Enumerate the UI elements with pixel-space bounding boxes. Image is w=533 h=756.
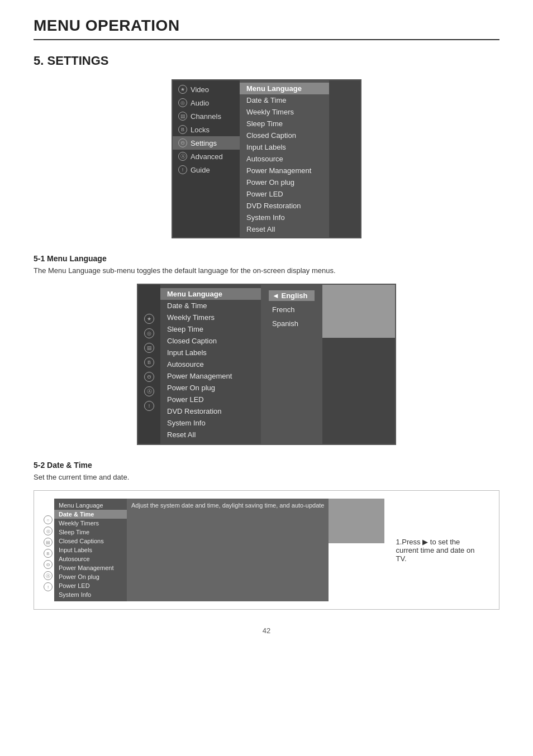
lang-menu-mid-item: Input Labels (160, 347, 261, 358)
tv-menu-right: Menu LanguageDate & TimeWeekly TimersSle… (240, 80, 329, 237)
lang-menu-icon: ! (144, 401, 154, 411)
date-time-menu-item: Power LED (54, 581, 127, 590)
date-time-menu-item: Power On plug (54, 572, 127, 581)
main-menu-left-item: ★Video (173, 83, 240, 96)
date-time-icons: ○◎▤BΘⒶ! (42, 499, 54, 601)
menu-label: Guide (191, 166, 210, 174)
lang-menu-icon: B (144, 357, 154, 367)
menu-label: Settings (191, 139, 217, 147)
main-menu-right-item: Closed Caption (240, 130, 329, 141)
tv-menu-lang-mid: Menu LanguageDate & TimeWeekly TimersSle… (160, 285, 261, 444)
main-menu-left-item: ΘSettings (173, 136, 240, 150)
lang-option: French (269, 304, 315, 315)
lang-menu-screenshot: ★◎▤BΘⒶ! Menu LanguageDate & TimeWeekly T… (34, 284, 499, 445)
main-menu-right-item: Weekly Timers (240, 106, 329, 118)
main-menu-right-item: Menu Language (240, 83, 329, 94)
menu-icon: ◎ (178, 98, 187, 107)
menu-icon: B (178, 125, 187, 134)
date-time-menu-item: Closed Captions (54, 537, 127, 546)
subsection-52-heading: 5-2 Date & Time (34, 461, 499, 470)
main-menu-right-item: DVD Restoration (240, 200, 329, 212)
subsection-52: 5-2 Date & Time Set the current time and… (34, 461, 499, 481)
tv-menu-lang-icons: ★◎▤BΘⒶ! (138, 285, 160, 444)
subsection-51-heading: 5-1 Menu Language (34, 254, 499, 263)
main-menu-screenshot: ★Video◎Audio▤ChannelsBLocksΘSettingsⒶAdv… (34, 79, 499, 238)
date-time-menu-item: Weekly Timers (54, 519, 127, 528)
tv-menu-main: ★Video◎Audio▤ChannelsBLocksΘSettingsⒶAdv… (172, 79, 361, 238)
date-time-icon: ◎ (44, 527, 53, 535)
date-time-icon: B (44, 549, 53, 558)
lang-menu-mid-item: Sleep Time (160, 323, 261, 335)
lang-menu-mid-item: System Info (160, 417, 261, 429)
date-time-menu-item: System Info (54, 590, 127, 599)
page-number: 42 (34, 626, 499, 635)
date-time-menu-mid: Adjust the system date and time, dayligh… (127, 499, 329, 601)
menu-label: Advanced (191, 152, 223, 161)
main-menu-left-item: !Guide (173, 163, 240, 176)
menu-icon: ▤ (178, 112, 187, 121)
date-time-menu-item: Sleep Time (54, 528, 127, 537)
main-menu-right-item: Autosource (240, 153, 329, 165)
main-menu-right-item: Date & Time (240, 94, 329, 106)
lang-option: Spanish (269, 318, 315, 329)
menu-icon: Ⓐ (178, 152, 187, 161)
main-menu-right-item: Power On plug (240, 176, 329, 188)
subsection-52-desc: Set the current time and date. (34, 473, 499, 481)
menu-icon: ★ (178, 85, 187, 94)
subsection-51: 5-1 Menu Language The Menu Language sub-… (34, 254, 499, 275)
menu-label: Locks (191, 126, 210, 134)
main-menu-left-item: ◎Audio (173, 96, 240, 109)
date-time-icon: ! (44, 582, 53, 591)
lang-menu-mid-item: Power Management (160, 370, 261, 382)
date-time-icon: ○ (44, 515, 53, 524)
main-menu-right-item: Sleep Time (240, 118, 329, 130)
lang-menu-icon: Ⓐ (144, 386, 154, 396)
menu-icon: Θ (178, 138, 187, 147)
lang-menu-mid-item: Autosource (160, 358, 261, 370)
date-time-tv-image (329, 499, 384, 543)
main-menu-left-item: BLocks (173, 123, 240, 136)
main-menu-right-item: Input Labels (240, 141, 329, 153)
date-time-instruction-text: 1.Press ▶ to set the current time and da… (396, 538, 480, 563)
main-menu-right-item: Power Management (240, 165, 329, 176)
lang-menu-icon: Θ (144, 372, 154, 382)
date-time-menu-block: ○◎▤BΘⒶ! Menu LanguageDate & TimeWeekly T… (42, 499, 384, 601)
date-time-icon: ▤ (44, 538, 53, 547)
lang-menu-icon: ◎ (144, 328, 154, 338)
date-time-icon: Θ (44, 560, 53, 569)
tv-image-lang (322, 285, 395, 338)
section-heading: 5. SETTINGS (34, 54, 499, 68)
tv-menu-lang-right: ◄ EnglishFrenchSpanish (261, 285, 322, 444)
date-time-menu-item: Autosource (54, 554, 127, 563)
date-time-instruction: 1.Press ▶ to set the current time and da… (384, 499, 491, 601)
lang-menu-mid-item: DVD Restoration (160, 405, 261, 417)
menu-icon: ! (178, 165, 187, 174)
main-menu-left-item: ▤Channels (173, 109, 240, 123)
lang-menu-mid-item: Power On plug (160, 382, 261, 394)
menu-label: Channels (191, 112, 221, 121)
date-time-menu-item: Menu Language (54, 501, 127, 510)
date-time-menu-item: Input Labels (54, 546, 127, 554)
date-time-menu-item: Date & Time (54, 510, 127, 519)
lang-menu-mid-item: Power LED (160, 394, 261, 405)
lang-menu-mid-item: Reset All (160, 429, 261, 441)
menu-label: Video (191, 85, 209, 94)
tv-menu-lang: ★◎▤BΘⒶ! Menu LanguageDate & TimeWeekly T… (137, 284, 396, 445)
menu-label: Audio (191, 99, 209, 107)
tv-menu-left: ★Video◎Audio▤ChannelsBLocksΘSettingsⒶAdv… (173, 80, 240, 237)
date-time-screenshot: ○◎▤BΘⒶ! Menu LanguageDate & TimeWeekly T… (34, 490, 499, 610)
lang-menu-icon: ★ (144, 314, 154, 324)
lang-menu-mid-item: Closed Caption (160, 335, 261, 347)
lang-menu-mid-item: Menu Language (160, 288, 261, 300)
main-menu-right-item: System Info (240, 212, 329, 223)
lang-menu-icon: ▤ (144, 343, 154, 353)
lang-menu-mid-item: Weekly Timers (160, 312, 261, 323)
page-title: MENU OPERATION (34, 17, 499, 40)
main-menu-right-item: Reset All (240, 223, 329, 235)
main-menu-right-item: Power LED (240, 188, 329, 200)
date-time-icon: Ⓐ (44, 571, 53, 580)
main-menu-left-item: ⒶAdvanced (173, 150, 240, 163)
date-time-menu-item: Power Management (54, 563, 127, 572)
subsection-51-desc: The Menu Language sub-menu toggles the d… (34, 266, 499, 275)
date-time-menu-left: Menu LanguageDate & TimeWeekly TimersSle… (54, 499, 127, 601)
